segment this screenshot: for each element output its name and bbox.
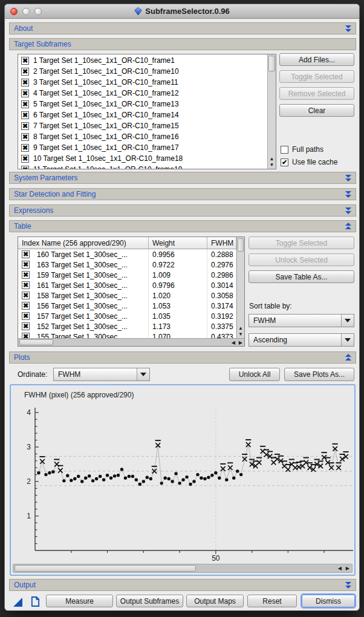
list-item[interactable]: ✖9 Target Set 1_10sec_1x1_OR-C10_frame17 (18, 142, 267, 153)
table-row[interactable]: ✖158 Target Set 1_300sec_...1.0200.3058 (18, 290, 236, 301)
row-checkbox[interactable]: ✖ (22, 250, 30, 258)
item-checkbox[interactable]: ✖ (21, 79, 29, 87)
unlock-selected-button[interactable]: Unlock Selected (249, 253, 354, 266)
list-item[interactable]: ✖6 Target Set 1_10sec_1x1_OR-C10_frame14 (18, 109, 267, 120)
list-item[interactable]: ✖1 Target Set 1_10sec_1x1_OR-C10_frame1 (18, 55, 267, 66)
list-item[interactable]: ✖3 Target Set 1_10sec_1x1_OR-C10_frame11 (18, 77, 267, 88)
subframe-listbox[interactable]: ✖1 Target Set 1_10sec_1x1_OR-C10_frame1✖… (18, 54, 276, 169)
use-file-cache-checkbox[interactable]: ✔ (281, 158, 288, 166)
save-table-as-button[interactable]: Save Table As... (249, 270, 354, 283)
list-item[interactable]: ✖2 Target Set 1_10sec_1x1_OR-C10_frame10 (18, 66, 267, 77)
item-checkbox[interactable]: ✖ (21, 133, 29, 141)
row-checkbox[interactable]: ✖ (22, 292, 30, 299)
measurements-table[interactable]: Index Name (256 approved/290) Weight FWH… (18, 237, 245, 347)
row-checkbox[interactable]: ✖ (22, 333, 30, 338)
plot-horizontal-scrollbar[interactable]: ◀ ▶ (13, 564, 353, 573)
row-checkbox[interactable]: ✖ (22, 302, 30, 310)
list-item[interactable]: ✖7 Target Set 1_10sec_1x1_OR-C10_frame15 (18, 120, 267, 131)
row-checkbox[interactable]: ✖ (22, 281, 30, 289)
scroll-right-icon[interactable]: ▶ (239, 339, 242, 346)
row-checkbox[interactable]: ✖ (22, 271, 30, 279)
browse-documentation-icon[interactable] (30, 596, 41, 607)
section-header-target-subframes[interactable]: Target Subframes (9, 38, 356, 50)
clear-button[interactable]: Clear (279, 104, 354, 117)
row-checkbox[interactable]: ✖ (22, 312, 30, 320)
fwhm-plot-panel[interactable]: FWHM (pixel) (256 approved/290) 123450 ◀… (10, 384, 356, 576)
chevron-down-icon[interactable] (345, 207, 351, 214)
chevron-up-icon[interactable] (345, 354, 351, 361)
item-checkbox[interactable]: ✖ (21, 100, 29, 108)
scroll-up-icon[interactable]: ▲ (238, 326, 243, 331)
measure-button[interactable]: Measure (46, 595, 113, 607)
section-header-plots[interactable]: Plots (9, 351, 356, 364)
column-header-index-name[interactable]: Index Name (256 approved/290) (18, 237, 149, 249)
add-files-button[interactable]: Add Files... (279, 53, 354, 66)
full-paths-checkbox-row[interactable]: Full paths (281, 145, 323, 154)
save-plots-as-button[interactable]: Save Plots As... (284, 368, 354, 381)
sort-direction-dropdown[interactable]: Ascending (249, 333, 354, 347)
item-checkbox[interactable]: ✖ (21, 57, 29, 65)
section-header-expressions[interactable]: Expressions (9, 204, 356, 217)
scrollbar-thumb[interactable] (238, 238, 244, 252)
column-header-fwhm[interactable]: FWHM (pixel) (207, 237, 236, 249)
table-row[interactable]: ✖157 Target Set 1_300sec_...1.0350.3192 (18, 311, 236, 321)
subframe-list-vertical-scrollbar[interactable]: ▲ ▼ (267, 54, 276, 169)
table-row[interactable]: ✖152 Target Set 1_300sec_...1.1730.3375 (18, 321, 236, 331)
ordinate-dropdown[interactable]: FWHM (53, 368, 150, 381)
table-horizontal-scrollbar[interactable]: ◀ ▶ (18, 338, 244, 346)
scrollbar-thumb[interactable] (19, 339, 53, 345)
list-item[interactable]: ✖4 Target Set 1_10sec_1x1_OR-C10_frame12 (18, 88, 267, 99)
new-instance-triangle-icon[interactable] (13, 597, 23, 607)
section-header-output[interactable]: Output (9, 579, 356, 591)
section-header-star-detection[interactable]: Star Detection and Fitting (9, 188, 356, 200)
section-header-about[interactable]: About (9, 22, 356, 34)
scroll-left-icon[interactable]: ◀ (232, 339, 235, 346)
column-header-weight[interactable]: Weight (149, 237, 207, 249)
list-item[interactable]: ✖10 Target Set 1_10sec_1x1_OR-C10_frame1… (18, 153, 267, 164)
dismiss-button[interactable]: Dismiss (302, 595, 355, 607)
item-checkbox[interactable]: ✖ (21, 111, 29, 119)
item-checkbox[interactable]: ✖ (21, 166, 29, 169)
close-window-icon[interactable] (10, 8, 18, 15)
scroll-right-icon[interactable]: ▶ (346, 564, 349, 572)
list-item[interactable]: ✖8 Target Set 1_10sec_1x1_OR-C10_frame16 (18, 131, 267, 142)
row-checkbox[interactable]: ✖ (22, 322, 30, 330)
table-row[interactable]: ✖156 Target Set 1_300sec_...1.0530.3174 (18, 301, 236, 311)
use-file-cache-checkbox-row[interactable]: ✔ Use file cache (281, 158, 337, 166)
scrollbar-thumb[interactable] (15, 565, 196, 572)
item-checkbox[interactable]: ✖ (21, 122, 29, 130)
chevron-down-icon[interactable] (345, 191, 351, 198)
fwhm-plot-svg[interactable]: 123450 (11, 385, 354, 562)
output-subframes-button[interactable]: Output Subframes (116, 595, 183, 607)
reset-button[interactable]: Reset (247, 595, 297, 607)
item-checkbox[interactable]: ✖ (21, 144, 29, 152)
output-maps-button[interactable]: Output Maps (186, 595, 244, 607)
scroll-up-icon[interactable]: ▲ (270, 157, 275, 162)
scroll-down-icon[interactable]: ▼ (270, 163, 275, 168)
chevron-down-icon[interactable] (345, 174, 351, 181)
list-item[interactable]: ✖11 Target Set 1_10sec_1x1_OR-C10_frame1… (18, 164, 267, 169)
toggle-selected-button[interactable]: Toggle Selected (279, 70, 354, 83)
scroll-down-icon[interactable]: ▼ (238, 332, 243, 337)
table-vertical-scrollbar[interactable]: ▲ ▼ (236, 237, 244, 338)
chevron-down-icon[interactable] (345, 581, 351, 589)
section-header-table[interactable]: Table (9, 220, 356, 232)
sort-field-dropdown[interactable]: FWHM (249, 314, 354, 327)
unlock-all-button[interactable]: Unlock All (229, 368, 280, 381)
table-row[interactable]: ✖161 Target Set 1_300sec_...0.97960.3014 (18, 280, 236, 290)
scroll-left-icon[interactable]: ◀ (338, 564, 342, 572)
row-checkbox[interactable]: ✖ (22, 261, 30, 269)
table-row[interactable]: ✖163 Target Set 1_300sec_...0.97220.2976 (18, 260, 236, 270)
item-checkbox[interactable]: ✖ (21, 155, 29, 163)
item-checkbox[interactable]: ✖ (21, 90, 29, 97)
list-item[interactable]: ✖5 Target Set 1_10sec_1x1_OR-C10_frame13 (18, 99, 267, 109)
full-paths-checkbox[interactable] (281, 146, 288, 154)
table-row[interactable]: ✖159 Target Set 1_300sec_...1.0090.2986 (18, 270, 236, 280)
chevron-down-icon[interactable] (345, 25, 351, 32)
scrollbar-thumb[interactable] (268, 56, 275, 71)
item-checkbox[interactable]: ✖ (21, 68, 29, 76)
table-row[interactable]: ✖160 Target Set 1_300sec_...0.99560.2888 (18, 249, 236, 260)
title-bar[interactable]: SubframeSelector.0.96 (5, 4, 359, 19)
section-header-system-parameters[interactable]: System Parameters (9, 172, 356, 184)
remove-selected-button[interactable]: Remove Selected (279, 87, 354, 100)
